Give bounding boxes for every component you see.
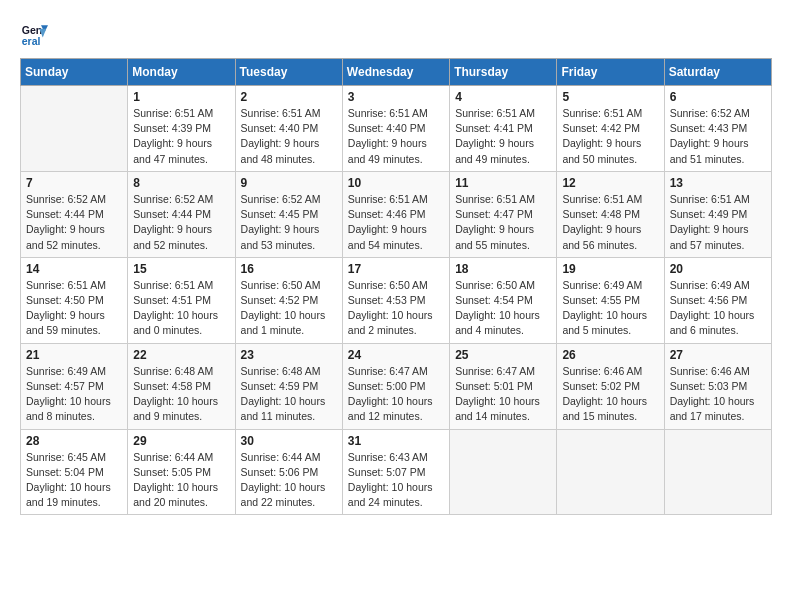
calendar-cell: 2Sunrise: 6:51 AM Sunset: 4:40 PM Daylig… bbox=[235, 86, 342, 172]
calendar-cell bbox=[557, 429, 664, 515]
weekday-header-friday: Friday bbox=[557, 59, 664, 86]
day-info: Sunrise: 6:51 AM Sunset: 4:41 PM Dayligh… bbox=[455, 106, 551, 167]
calendar-cell: 21Sunrise: 6:49 AM Sunset: 4:57 PM Dayli… bbox=[21, 343, 128, 429]
calendar-table: SundayMondayTuesdayWednesdayThursdayFrid… bbox=[20, 58, 772, 515]
calendar-week-row: 14Sunrise: 6:51 AM Sunset: 4:50 PM Dayli… bbox=[21, 257, 772, 343]
day-info: Sunrise: 6:51 AM Sunset: 4:49 PM Dayligh… bbox=[670, 192, 766, 253]
calendar-cell: 12Sunrise: 6:51 AM Sunset: 4:48 PM Dayli… bbox=[557, 171, 664, 257]
day-info: Sunrise: 6:47 AM Sunset: 5:00 PM Dayligh… bbox=[348, 364, 444, 425]
day-info: Sunrise: 6:48 AM Sunset: 4:58 PM Dayligh… bbox=[133, 364, 229, 425]
day-number: 22 bbox=[133, 348, 229, 362]
day-info: Sunrise: 6:49 AM Sunset: 4:57 PM Dayligh… bbox=[26, 364, 122, 425]
calendar-cell: 8Sunrise: 6:52 AM Sunset: 4:44 PM Daylig… bbox=[128, 171, 235, 257]
calendar-cell: 29Sunrise: 6:44 AM Sunset: 5:05 PM Dayli… bbox=[128, 429, 235, 515]
day-info: Sunrise: 6:48 AM Sunset: 4:59 PM Dayligh… bbox=[241, 364, 337, 425]
day-number: 13 bbox=[670, 176, 766, 190]
calendar-cell: 10Sunrise: 6:51 AM Sunset: 4:46 PM Dayli… bbox=[342, 171, 449, 257]
day-number: 17 bbox=[348, 262, 444, 276]
day-number: 15 bbox=[133, 262, 229, 276]
day-number: 12 bbox=[562, 176, 658, 190]
day-info: Sunrise: 6:49 AM Sunset: 4:55 PM Dayligh… bbox=[562, 278, 658, 339]
weekday-header-monday: Monday bbox=[128, 59, 235, 86]
calendar-cell: 22Sunrise: 6:48 AM Sunset: 4:58 PM Dayli… bbox=[128, 343, 235, 429]
day-info: Sunrise: 6:52 AM Sunset: 4:44 PM Dayligh… bbox=[133, 192, 229, 253]
page-header: Gen eral bbox=[20, 20, 772, 48]
day-number: 2 bbox=[241, 90, 337, 104]
day-number: 24 bbox=[348, 348, 444, 362]
calendar-cell: 20Sunrise: 6:49 AM Sunset: 4:56 PM Dayli… bbox=[664, 257, 771, 343]
day-info: Sunrise: 6:44 AM Sunset: 5:06 PM Dayligh… bbox=[241, 450, 337, 511]
day-info: Sunrise: 6:51 AM Sunset: 4:47 PM Dayligh… bbox=[455, 192, 551, 253]
day-number: 11 bbox=[455, 176, 551, 190]
calendar-cell: 15Sunrise: 6:51 AM Sunset: 4:51 PM Dayli… bbox=[128, 257, 235, 343]
day-info: Sunrise: 6:51 AM Sunset: 4:39 PM Dayligh… bbox=[133, 106, 229, 167]
day-number: 14 bbox=[26, 262, 122, 276]
day-info: Sunrise: 6:50 AM Sunset: 4:54 PM Dayligh… bbox=[455, 278, 551, 339]
calendar-cell: 17Sunrise: 6:50 AM Sunset: 4:53 PM Dayli… bbox=[342, 257, 449, 343]
day-info: Sunrise: 6:52 AM Sunset: 4:45 PM Dayligh… bbox=[241, 192, 337, 253]
calendar-cell bbox=[21, 86, 128, 172]
day-info: Sunrise: 6:51 AM Sunset: 4:51 PM Dayligh… bbox=[133, 278, 229, 339]
day-number: 18 bbox=[455, 262, 551, 276]
day-info: Sunrise: 6:52 AM Sunset: 4:43 PM Dayligh… bbox=[670, 106, 766, 167]
calendar-cell bbox=[664, 429, 771, 515]
day-info: Sunrise: 6:43 AM Sunset: 5:07 PM Dayligh… bbox=[348, 450, 444, 511]
weekday-header-sunday: Sunday bbox=[21, 59, 128, 86]
day-number: 10 bbox=[348, 176, 444, 190]
calendar-week-row: 1Sunrise: 6:51 AM Sunset: 4:39 PM Daylig… bbox=[21, 86, 772, 172]
calendar-cell: 18Sunrise: 6:50 AM Sunset: 4:54 PM Dayli… bbox=[450, 257, 557, 343]
calendar-cell: 23Sunrise: 6:48 AM Sunset: 4:59 PM Dayli… bbox=[235, 343, 342, 429]
weekday-header-saturday: Saturday bbox=[664, 59, 771, 86]
day-number: 23 bbox=[241, 348, 337, 362]
day-number: 27 bbox=[670, 348, 766, 362]
calendar-cell: 6Sunrise: 6:52 AM Sunset: 4:43 PM Daylig… bbox=[664, 86, 771, 172]
day-info: Sunrise: 6:51 AM Sunset: 4:40 PM Dayligh… bbox=[241, 106, 337, 167]
day-number: 8 bbox=[133, 176, 229, 190]
day-number: 30 bbox=[241, 434, 337, 448]
svg-text:eral: eral bbox=[22, 35, 41, 47]
calendar-cell: 30Sunrise: 6:44 AM Sunset: 5:06 PM Dayli… bbox=[235, 429, 342, 515]
day-number: 7 bbox=[26, 176, 122, 190]
day-number: 6 bbox=[670, 90, 766, 104]
calendar-cell: 13Sunrise: 6:51 AM Sunset: 4:49 PM Dayli… bbox=[664, 171, 771, 257]
calendar-cell: 1Sunrise: 6:51 AM Sunset: 4:39 PM Daylig… bbox=[128, 86, 235, 172]
calendar-cell: 14Sunrise: 6:51 AM Sunset: 4:50 PM Dayli… bbox=[21, 257, 128, 343]
calendar-cell bbox=[450, 429, 557, 515]
day-info: Sunrise: 6:46 AM Sunset: 5:02 PM Dayligh… bbox=[562, 364, 658, 425]
calendar-cell: 5Sunrise: 6:51 AM Sunset: 4:42 PM Daylig… bbox=[557, 86, 664, 172]
day-info: Sunrise: 6:49 AM Sunset: 4:56 PM Dayligh… bbox=[670, 278, 766, 339]
calendar-week-row: 21Sunrise: 6:49 AM Sunset: 4:57 PM Dayli… bbox=[21, 343, 772, 429]
day-info: Sunrise: 6:45 AM Sunset: 5:04 PM Dayligh… bbox=[26, 450, 122, 511]
day-info: Sunrise: 6:46 AM Sunset: 5:03 PM Dayligh… bbox=[670, 364, 766, 425]
calendar-cell: 24Sunrise: 6:47 AM Sunset: 5:00 PM Dayli… bbox=[342, 343, 449, 429]
logo-icon: Gen eral bbox=[20, 20, 48, 48]
calendar-cell: 19Sunrise: 6:49 AM Sunset: 4:55 PM Dayli… bbox=[557, 257, 664, 343]
day-info: Sunrise: 6:51 AM Sunset: 4:48 PM Dayligh… bbox=[562, 192, 658, 253]
day-info: Sunrise: 6:50 AM Sunset: 4:53 PM Dayligh… bbox=[348, 278, 444, 339]
day-number: 16 bbox=[241, 262, 337, 276]
calendar-cell: 4Sunrise: 6:51 AM Sunset: 4:41 PM Daylig… bbox=[450, 86, 557, 172]
day-number: 20 bbox=[670, 262, 766, 276]
calendar-cell: 3Sunrise: 6:51 AM Sunset: 4:40 PM Daylig… bbox=[342, 86, 449, 172]
calendar-cell: 31Sunrise: 6:43 AM Sunset: 5:07 PM Dayli… bbox=[342, 429, 449, 515]
calendar-cell: 28Sunrise: 6:45 AM Sunset: 5:04 PM Dayli… bbox=[21, 429, 128, 515]
day-number: 9 bbox=[241, 176, 337, 190]
calendar-cell: 9Sunrise: 6:52 AM Sunset: 4:45 PM Daylig… bbox=[235, 171, 342, 257]
day-number: 5 bbox=[562, 90, 658, 104]
day-info: Sunrise: 6:51 AM Sunset: 4:42 PM Dayligh… bbox=[562, 106, 658, 167]
calendar-cell: 27Sunrise: 6:46 AM Sunset: 5:03 PM Dayli… bbox=[664, 343, 771, 429]
day-info: Sunrise: 6:47 AM Sunset: 5:01 PM Dayligh… bbox=[455, 364, 551, 425]
calendar-cell: 26Sunrise: 6:46 AM Sunset: 5:02 PM Dayli… bbox=[557, 343, 664, 429]
calendar-week-row: 28Sunrise: 6:45 AM Sunset: 5:04 PM Dayli… bbox=[21, 429, 772, 515]
day-info: Sunrise: 6:44 AM Sunset: 5:05 PM Dayligh… bbox=[133, 450, 229, 511]
weekday-header-wednesday: Wednesday bbox=[342, 59, 449, 86]
day-number: 29 bbox=[133, 434, 229, 448]
day-number: 21 bbox=[26, 348, 122, 362]
calendar-cell: 11Sunrise: 6:51 AM Sunset: 4:47 PM Dayli… bbox=[450, 171, 557, 257]
day-info: Sunrise: 6:51 AM Sunset: 4:50 PM Dayligh… bbox=[26, 278, 122, 339]
day-number: 1 bbox=[133, 90, 229, 104]
day-number: 28 bbox=[26, 434, 122, 448]
day-info: Sunrise: 6:52 AM Sunset: 4:44 PM Dayligh… bbox=[26, 192, 122, 253]
day-info: Sunrise: 6:51 AM Sunset: 4:46 PM Dayligh… bbox=[348, 192, 444, 253]
day-number: 31 bbox=[348, 434, 444, 448]
